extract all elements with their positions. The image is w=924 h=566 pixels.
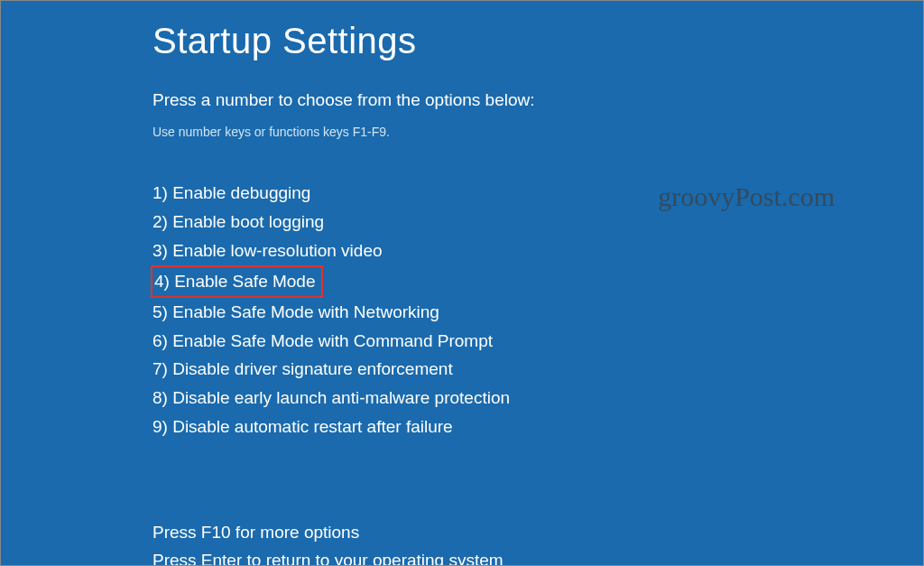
option-2-boot-logging[interactable]: 2) Enable boot logging: [152, 208, 923, 237]
instruction-text: Press a number to choose from the option…: [152, 90, 923, 110]
hint-text: Use number keys or functions keys F1-F9.: [152, 125, 923, 139]
footer-instructions: Press F10 for more options Press Enter t…: [152, 519, 923, 566]
option-1-debugging[interactable]: 1) Enable debugging: [152, 179, 923, 208]
option-9-disable-auto-restart[interactable]: 9) Disable automatic restart after failu…: [152, 413, 923, 441]
option-7-disable-driver-sig[interactable]: 7) Disable driver signature enforcement: [152, 355, 923, 384]
option-4-safe-mode[interactable]: 4) Enable Safe Mode: [151, 265, 323, 298]
startup-settings-screen: Startup Settings Press a number to choos…: [1, 1, 923, 566]
option-3-low-res-video[interactable]: 3) Enable low-resolution video: [152, 237, 923, 265]
return-hint: Press Enter to return to your operating …: [152, 547, 923, 566]
page-title: Startup Settings: [152, 21, 923, 61]
boot-options-list: 1) Enable debugging 2) Enable boot loggi…: [152, 179, 923, 441]
option-6-safe-mode-cmd[interactable]: 6) Enable Safe Mode with Command Prompt: [152, 327, 923, 356]
more-options-hint: Press F10 for more options: [152, 519, 923, 546]
option-5-safe-mode-networking[interactable]: 5) Enable Safe Mode with Networking: [152, 298, 923, 327]
option-8-disable-anti-malware[interactable]: 8) Disable early launch anti-malware pro…: [152, 384, 923, 413]
